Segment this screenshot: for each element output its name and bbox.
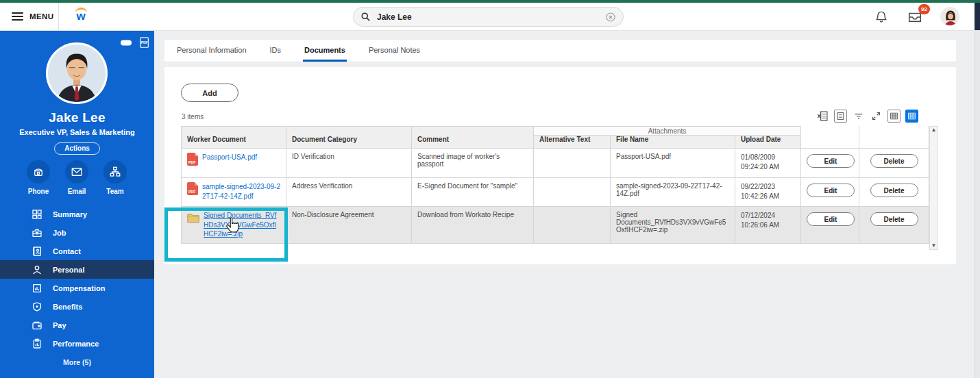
sidebar-item-summary[interactable]: Summary [0,205,154,223]
col-worker-document: Worker Document [182,127,286,149]
sidebar-tools: PDF [121,37,149,48]
tab-documents[interactable]: Documents [303,40,347,62]
alternative-text-cell [534,207,611,244]
delete-button[interactable]: Delete [870,212,918,226]
sidebar-item-performance[interactable]: Performance [0,334,154,353]
inbox-badge: 92 [918,4,930,14]
sidebar-item-personal[interactable]: Personal [0,260,154,279]
workday-logo[interactable]: w [72,6,90,27]
toggle-icon[interactable] [121,40,132,46]
scroll-down-icon[interactable]: ▼ [931,242,937,249]
alternative-text-cell [534,178,611,207]
edit-button[interactable]: Edit [807,184,855,197]
document-category-cell: Non-Disclosure Agreement [286,207,412,244]
pdf-export-icon[interactable]: PDF [139,37,149,48]
table-row: PDF Passport-USA.pdf ID Verification Sca… [182,149,929,178]
notifications-button[interactable] [874,9,890,24]
file-name-cell: Signed Documents_RVfHDs3VX9vVGwFe5OxfIHC… [611,207,735,244]
export-excel-button[interactable] [816,110,829,123]
clipboard-chart-icon [32,338,42,349]
team-button[interactable]: Team [96,160,134,195]
edit-button[interactable]: Edit [807,154,855,168]
hamburger-icon [12,12,23,21]
upload-date-cell: 01/08/2009 09:24:20 AM [735,149,801,178]
profile-job-title: Executive VP, Sales & Marketing [0,128,154,136]
sidebar-item-pay[interactable]: Pay [0,316,154,334]
tab-ids[interactable]: IDs [269,40,283,62]
sidebar-item-label: Performance [53,340,99,348]
print-view-button[interactable] [834,110,847,123]
worker-document-link[interactable]: Signed Documents_RVfHDs3VX9vVGwFe5OxfIHC… [204,211,280,239]
table-view-button[interactable] [887,110,901,123]
team-label: Team [96,188,134,195]
actions-button[interactable]: Actions [54,142,100,155]
scroll-up-icon[interactable]: ▲ [931,127,937,134]
document-category-cell: Address Verification [286,178,412,207]
sidebar-item-label: Personal [53,266,84,274]
edit-button[interactable]: Edit [807,212,855,226]
phone-button[interactable]: Phone [19,160,58,195]
sidebar-item-benefits[interactable]: Benefits [0,297,154,316]
search-icon [360,12,371,22]
bell-icon [874,9,888,24]
inbox-button[interactable]: 92 [907,9,922,24]
person-icon [32,264,42,275]
delete-button[interactable]: Delete [870,154,918,168]
alternative-text-cell [534,149,611,178]
col-edit [801,127,859,149]
col-group-attachments: Attachments [534,127,801,136]
user-avatar[interactable] [940,7,959,26]
search-input[interactable] [377,12,599,22]
sidebar-item-compensation[interactable]: Compensation [0,279,154,297]
col-file-name: File Name [611,136,735,149]
clear-search-icon[interactable] [605,12,616,23]
add-button[interactable]: Add [181,84,238,102]
topbar-actions: 92 [874,3,959,30]
worker-document-link[interactable]: Passport-USA.pdf [202,153,257,162]
col-delete [859,127,929,149]
sidebar-item-contact[interactable]: Contact [0,242,154,260]
main-content: Personal Information IDs Documents Perso… [154,31,980,378]
table-scrollbar[interactable]: ▲ ▼ [929,126,938,250]
tab-personal-information[interactable]: Personal Information [175,40,248,62]
right-edge-strip [974,31,980,378]
comment-cell: E-Signed Document for "sample" [412,178,534,207]
top-green-strip [0,0,980,3]
menu-button[interactable]: MENU [0,3,59,30]
global-search[interactable] [353,7,624,27]
sidebar-item-job[interactable]: Job [0,223,154,242]
email-button[interactable]: Email [58,160,96,195]
file-name-cell: Passport-USA.pdf [611,149,735,178]
sidebar-more-link[interactable]: More (5) [0,358,154,366]
document-category-cell: ID Verification [286,149,412,178]
filter-icon [853,111,864,122]
col-comment: Comment [412,127,534,149]
expand-button[interactable] [870,110,883,123]
phone-label: Phone [19,188,58,195]
delete-button[interactable]: Delete [870,184,918,197]
grid-view-button-selected[interactable] [905,110,918,123]
phone-icon [32,166,45,178]
pdf-file-icon: PDF [187,182,198,195]
tab-personal-notes[interactable]: Personal Notes [367,40,421,62]
worker-document-link[interactable]: sample-signed-2023-09-22T17-42-14Z.pdf [202,182,280,201]
comment-cell: Download from Workato Recipe [412,207,534,244]
menu-label: MENU [29,12,53,21]
sidebar-item-label: Contact [53,247,81,255]
workday-logo-letter: w [72,10,90,23]
sidebar-item-label: Job [53,229,66,237]
pdf-file-icon: PDF [187,153,198,166]
contact-card-icon [32,246,42,257]
upload-date-cell: 07/12/2024 10:26:06 AM [735,207,801,244]
email-icon [71,166,83,178]
zip-folder-icon [187,212,199,223]
table-row: PDF sample-signed-2023-09-22T17-42-14Z.p… [182,178,929,207]
expand-icon [871,111,881,121]
col-alternative-text: Alternative Text [534,136,611,149]
tabs-bar: Personal Information IDs Documents Perso… [164,40,956,62]
filter-button[interactable] [852,110,865,123]
export-excel-icon [817,110,829,122]
file-name-cell: sample-signed-2023-09-22T17-42-14Z.pdf [611,178,735,207]
col-document-category: Document Category [286,127,412,149]
summary-icon [32,209,42,220]
